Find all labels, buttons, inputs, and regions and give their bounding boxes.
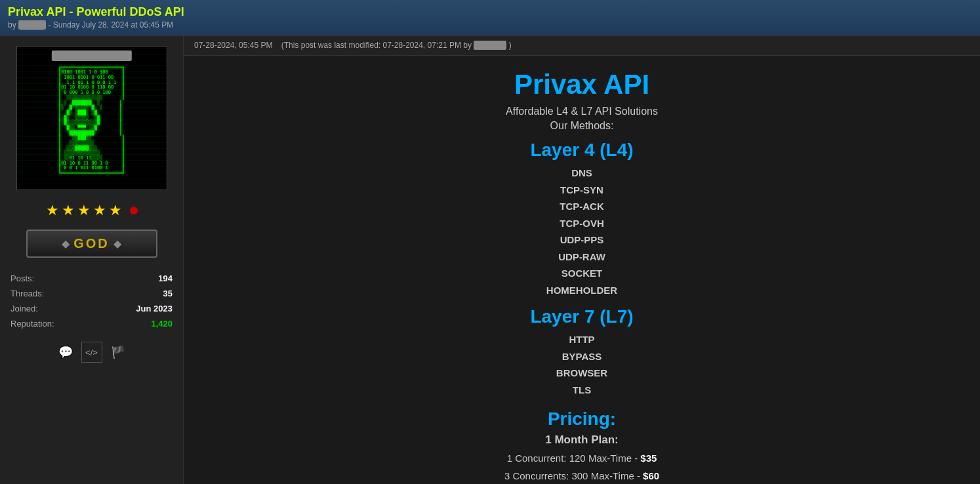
post-header: 07-28-2024, 05:45 PM (This post was last… — [184, 35, 980, 56]
flag-icon[interactable]: 🏴 — [108, 342, 129, 363]
post-content-area: 07-28-2024, 05:45 PM (This post was last… — [184, 35, 980, 484]
method-udp-pps: UDP-PPS — [210, 232, 954, 249]
star-1: ★ — [46, 202, 59, 219]
avatar-container: ████████ ╔══════════════════════╗ ║0100 … — [16, 46, 167, 190]
user-stats: Posts: 194 Threads: 35 Joined: Jun 2023 … — [10, 271, 173, 331]
layer7-title: Layer 7 (L7) — [210, 306, 954, 327]
threads-label: Threads: — [10, 289, 44, 298]
post-body: Privax API Affordable L4 & L7 API Soluti… — [184, 56, 980, 484]
layer4-title: Layer 4 (L4) — [210, 140, 954, 161]
concurrent-3-detail: 3 Concurrents: 300 Max-Time - $60 — [210, 467, 954, 484]
api-title: Privax API — [210, 69, 954, 100]
posts-value: 194 — [158, 273, 173, 283]
star-3: ★ — [77, 202, 91, 219]
reputation-stat: Reputation: 1,420 — [10, 316, 173, 331]
code-icon[interactable]: </> — [81, 342, 102, 363]
star-rating: ★ ★ ★ ★ ★ — [46, 202, 138, 219]
posts-label: Posts: — [10, 273, 34, 283]
skeleton-figure: ╔══════════════════════╗ ║0100 1001 1 0 … — [58, 60, 125, 176]
joined-label: Joined: — [10, 304, 38, 313]
pricing-title: Pricing: — [210, 409, 954, 430]
price-35: $35 — [640, 453, 657, 464]
method-tcp-ovh: TCP-OVH — [210, 215, 954, 232]
method-tls: TLS — [210, 382, 954, 399]
method-tcp-syn: TCP-SYN — [210, 182, 954, 199]
layer7-methods: HTTP BYPASS BROWSER TLS — [210, 331, 954, 398]
star-4: ★ — [93, 202, 106, 219]
rank-label: GOD — [73, 236, 110, 251]
date-suffix: - Sunday July 28, 2024 at 05:45 PM — [48, 20, 173, 30]
threads-stat: Threads: 35 — [10, 286, 173, 301]
close-paren: ) — [509, 41, 512, 50]
post-meta: by ████ - Sunday July 28, 2024 at 05:45 … — [8, 20, 972, 30]
method-dns: DNS — [210, 165, 954, 182]
star-5: ★ — [109, 202, 122, 219]
method-udp-raw: UDP-RAW — [210, 249, 954, 266]
author-username: ████ — [18, 20, 46, 30]
our-methods-label: Our Methods: — [210, 120, 954, 132]
main-content: ████████ ╔══════════════════════╗ ║0100 … — [0, 35, 980, 484]
modified-prefix: (This post was last modified: 07-28-2024… — [281, 41, 472, 50]
threads-value: 35 — [163, 289, 173, 298]
title-bar: Privax API - Powerful DDoS API by ████ -… — [0, 0, 980, 35]
plan-1month-label: 1 Month Plan: — [210, 434, 954, 447]
layer4-methods: DNS TCP-SYN TCP-ACK TCP-OVH UDP-PPS UDP-… — [210, 165, 954, 298]
pricing-section: Pricing: 1 Month Plan: 1 Concurrent: 120… — [210, 409, 954, 484]
user-actions: 💬 </> 🏴 — [55, 342, 129, 363]
posts-stat: Posts: 194 — [10, 271, 173, 286]
post-title: Privax API - Powerful DDoS API — [8, 5, 972, 19]
method-homeholder: HOMEHOLDER — [210, 282, 954, 299]
rank-badge: GOD — [26, 230, 157, 258]
concurrent-1-detail: 1 Concurrent: 120 Max-Time - $35 — [210, 449, 954, 467]
online-indicator — [130, 207, 138, 214]
method-tcp-ack: TCP-ACK — [210, 198, 954, 215]
price-60: $60 — [643, 470, 659, 481]
user-sidebar: ████████ ╔══════════════════════╗ ║0100 … — [0, 35, 184, 484]
method-http: HTTP — [210, 331, 954, 348]
star-2: ★ — [62, 202, 75, 219]
api-subtitle: Affordable L4 & L7 API Solutions — [210, 106, 954, 117]
joined-stat: Joined: Jun 2023 — [10, 301, 173, 316]
reputation-value: 1,420 — [151, 319, 173, 329]
avatar-image: ████████ ╔══════════════════════╗ ║0100 … — [17, 47, 167, 190]
method-browser: BROWSER — [210, 365, 954, 382]
modifier-username: ████ — [474, 41, 506, 50]
by-prefix: by — [8, 20, 16, 30]
post-timestamp: 07-28-2024, 05:45 PM — [194, 41, 272, 50]
chat-icon[interactable]: 💬 — [55, 342, 76, 363]
reputation-label: Reputation: — [10, 319, 54, 329]
method-socket: SOCKET — [210, 265, 954, 282]
joined-value: Jun 2023 — [136, 304, 173, 313]
method-bypass: BYPASS — [210, 348, 954, 365]
